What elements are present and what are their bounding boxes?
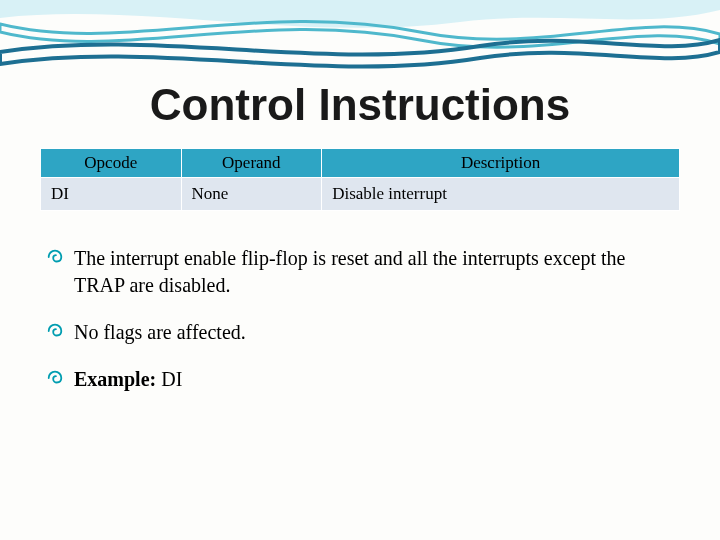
example-label: Example: — [74, 368, 156, 390]
list-item: The interrupt enable flip-flop is reset … — [46, 245, 680, 299]
table-header-row: Opcode Operand Description — [41, 149, 680, 178]
td-operand: None — [181, 178, 322, 211]
td-opcode: DI — [41, 178, 182, 211]
td-description: Disable interrupt — [322, 178, 680, 211]
list-item: Example: DI — [46, 366, 680, 393]
instruction-table: Opcode Operand Description DI None Disab… — [40, 148, 680, 211]
bullet-text: The interrupt enable flip-flop is reset … — [74, 245, 680, 299]
th-operand: Operand — [181, 149, 322, 178]
th-description: Description — [322, 149, 680, 178]
list-item: No flags are affected. — [46, 319, 680, 346]
bullet-list: The interrupt enable flip-flop is reset … — [40, 245, 680, 393]
slide-body: Control Instructions Opcode Operand Desc… — [0, 0, 720, 393]
example-value: DI — [156, 368, 182, 390]
table-row: DI None Disable interrupt — [41, 178, 680, 211]
bullet-text: Example: DI — [74, 366, 680, 393]
bullet-swirl-icon — [46, 322, 68, 340]
bullet-swirl-icon — [46, 369, 68, 387]
th-opcode: Opcode — [41, 149, 182, 178]
bullet-swirl-icon — [46, 248, 68, 266]
bullet-text: No flags are affected. — [74, 319, 680, 346]
page-title: Control Instructions — [40, 80, 680, 130]
